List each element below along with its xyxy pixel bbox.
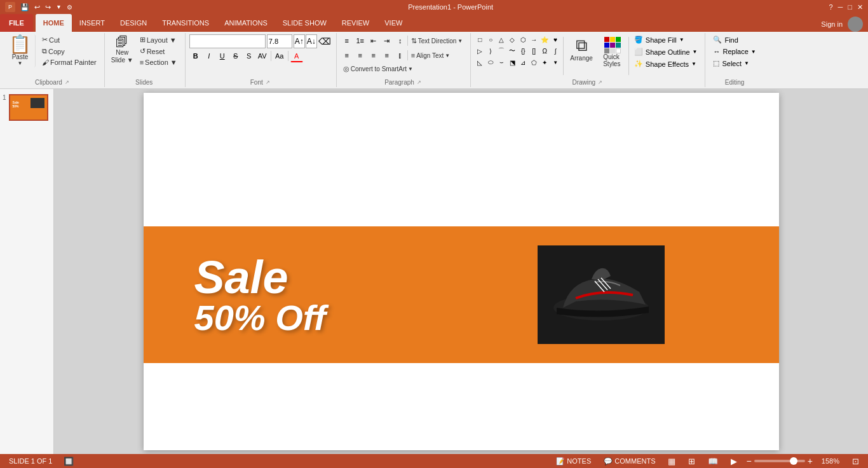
text-shadow-button[interactable]: S [243,50,255,62]
tab-home[interactable]: HOME [36,14,72,32]
align-right-button[interactable]: ≡ [367,49,380,62]
tab-design[interactable]: DESIGN [112,14,154,32]
quick-access-redo[interactable]: ↪ [45,3,51,11]
shape-heart[interactable]: ♥ [550,34,560,45]
quick-styles-button[interactable]: QuickStyles [598,34,626,70]
shape-chevron[interactable]: ⟩ [485,46,496,56]
shape-arc[interactable]: ⌒ [496,46,506,56]
shape-extra4[interactable]: ⬔ [507,57,517,67]
zoom-slider[interactable]: − + [746,456,812,466]
quick-access-undo[interactable]: ↩ [34,3,40,11]
help-btn[interactable]: ? [829,3,832,11]
paragraph-expand-icon[interactable]: ↗ [417,79,421,85]
shape-integral[interactable]: ∫ [550,46,560,56]
shape-triangle[interactable]: △ [496,34,506,45]
shape-brace[interactable]: {} [518,46,528,56]
tab-view[interactable]: VIEW [377,14,410,32]
align-center-button[interactable]: ≡ [354,49,367,62]
canvas-area[interactable]: Sale 50% Off [54,89,868,454]
replace-button[interactable]: ↔ Replace ▼ [709,46,759,57]
tab-review[interactable]: REVIEW [334,14,377,32]
banner-image[interactable] [538,245,665,344]
shape-omega[interactable]: Ω [539,46,550,56]
align-left-button[interactable]: ≡ [341,49,353,62]
italic-button[interactable]: I [203,50,215,62]
drawing-expand-icon[interactable]: ↗ [598,79,602,85]
slide-banner[interactable]: Sale 50% Off [144,226,779,363]
shape-effects-button[interactable]: ✨ Shape Effects ▼ [632,59,700,69]
shape-extra3[interactable]: ⌣ [496,57,506,67]
zoom-minus-button[interactable]: − [746,456,751,466]
paste-button[interactable]: 📋 Paste ▼ [5,34,36,67]
layout-button[interactable]: ⊞ Layout ▼ [137,34,180,45]
text-direction-button[interactable]: ⇅ Text Direction ▼ [409,36,466,46]
fit-slide-button[interactable]: ⊡ [848,456,863,467]
sale-text[interactable]: Sale [194,254,538,300]
decrease-indent-button[interactable]: ⇤ [367,34,380,47]
slide-sorter-button[interactable]: ⊞ [684,456,699,467]
find-button[interactable]: 🔍 Find [709,34,742,45]
reset-button[interactable]: ↺ Reset [137,46,180,57]
shape-expand[interactable]: ▼ [550,57,560,67]
reading-view-button[interactable]: 📖 [704,456,722,467]
tab-slideshow[interactable]: SLIDE SHOW [275,14,334,32]
zoom-plus-button[interactable]: + [808,456,813,466]
align-text-button[interactable]: ≡ Align Text ▼ [409,50,453,60]
slide-thumbnail[interactable]: Sale50% [9,94,48,121]
font-increase-button[interactable]: A↑ [294,34,305,48]
font-decrease-button[interactable]: A↓ [306,34,317,48]
select-button[interactable]: ⬚ Select ▼ [709,58,753,69]
font-expand-icon[interactable]: ↗ [266,79,270,85]
slideshow-button[interactable]: ▶ [727,456,741,467]
normal-view-button[interactable]: ▦ [664,456,679,467]
tab-file[interactable]: FILE [0,14,33,32]
increase-indent-button[interactable]: ⇥ [381,34,393,47]
quick-access-more[interactable]: ⚙ [67,4,72,11]
justify-button[interactable]: ≡ [381,49,393,62]
tab-insert[interactable]: INSERT [72,14,112,32]
zoom-level[interactable]: 158% [818,457,843,465]
shape-rectangle[interactable]: □ [475,34,485,45]
shape-extra1[interactable]: ◺ [475,57,485,67]
sign-in-link[interactable]: Sign in [821,20,843,28]
zoom-thumb[interactable] [790,457,797,465]
shape-extra5[interactable]: ⊿ [518,57,528,67]
convert-smartart-button[interactable]: ◎ Convert to SmartArt ▼ [341,64,416,74]
off-text[interactable]: 50% Off [194,300,538,336]
underline-button[interactable]: U [216,50,229,62]
notes-button[interactable]: 📝 NOTES [552,457,595,466]
shape-extra2[interactable]: ⬭ [485,57,496,67]
char-spacing-button[interactable]: AV [256,50,269,62]
bullet-list-button[interactable]: ≡ [341,34,353,47]
quick-access-save[interactable]: 💾 [20,3,29,11]
user-avatar[interactable] [848,17,863,32]
numbered-list-button[interactable]: 1≡ [354,34,367,47]
shape-outline-button[interactable]: ⬜ Shape Outline ▼ [632,46,700,57]
slide-canvas[interactable]: Sale 50% Off [144,93,779,450]
bold-button[interactable]: B [189,50,202,62]
shape-diamond[interactable]: ◇ [507,34,517,45]
font-size-input[interactable] [267,34,292,48]
minimize-btn[interactable]: ─ [838,3,843,11]
columns-button[interactable]: ⫿ [394,49,407,62]
shape-circle[interactable]: ○ [485,34,496,45]
shape-hexagon[interactable]: ⬡ [518,34,528,45]
shape-play[interactable]: ▷ [475,46,485,56]
shape-bracket[interactable]: [] [529,46,539,56]
arrange-button[interactable]: ⧉ Arrange [566,34,597,64]
tab-animations[interactable]: ANIMATIONS [217,14,275,32]
cut-button[interactable]: ✂ Cut [39,34,99,45]
clear-format-button[interactable]: ⌫ [318,35,331,48]
shape-star[interactable]: ⭐ [539,34,550,45]
change-case-button[interactable]: Aa [273,50,286,62]
line-spacing-button[interactable]: ↕ [394,34,407,47]
close-btn[interactable]: ✕ [857,3,863,11]
zoom-track[interactable] [754,460,805,462]
comments-button[interactable]: 💬 COMMENTS [600,457,659,466]
copy-button[interactable]: ⧉ Copy [39,46,99,57]
format-painter-button[interactable]: 🖌 Format Painter [39,57,99,67]
shape-arrow[interactable]: → [529,34,539,45]
quick-access-extra[interactable]: ▼ [56,4,62,10]
section-button[interactable]: ≡ Section ▼ [137,57,180,67]
new-slide-button[interactable]: 🗐 New Slide ▼ [109,34,136,65]
